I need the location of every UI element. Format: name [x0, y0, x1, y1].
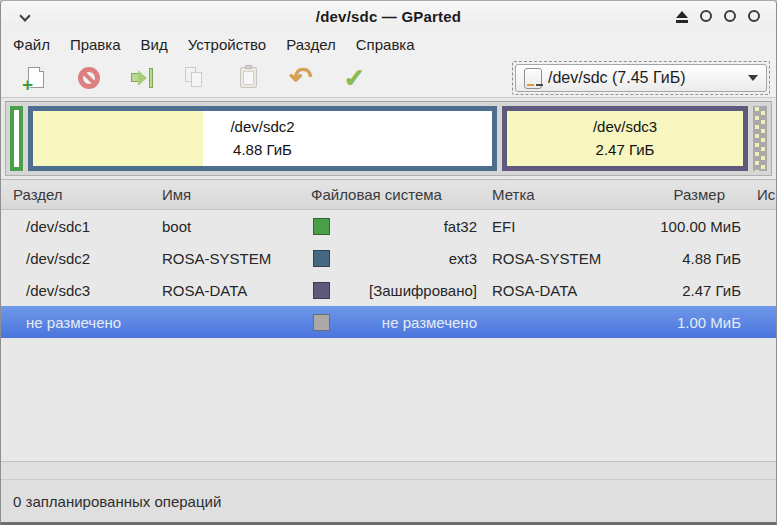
caret-down-icon	[748, 75, 758, 81]
cell-partition: /dev/sdc1	[1, 218, 151, 235]
gparted-window: /dev/sdc — GParted Файл Правка Вид Устро…	[0, 0, 777, 525]
filesystem-name: [Зашифровано]	[330, 282, 481, 299]
segment-size-label: 4.88 ГиБ	[33, 139, 492, 162]
cell-label: EFI	[481, 218, 649, 235]
menu-item-partition[interactable]: Раздел	[276, 33, 346, 56]
column-header-label[interactable]: Метка	[481, 186, 649, 203]
column-header-partition[interactable]: Раздел	[1, 186, 151, 203]
filesystem-color-swatch	[313, 314, 330, 331]
eject-icon[interactable]	[676, 10, 688, 23]
undo-icon: ↶	[289, 65, 312, 91]
table-row[interactable]: не размеченоне размечено1.00 МиБ	[1, 306, 776, 338]
cell-partition: /dev/sdc2	[1, 250, 151, 267]
menubar: Файл Правка Вид Устройство Раздел Справк…	[1, 31, 776, 58]
copy-icon	[185, 67, 205, 89]
column-header-used[interactable]: Ис	[741, 186, 776, 203]
paste-icon	[240, 67, 257, 88]
menu-item-device[interactable]: Устройство	[178, 33, 276, 56]
pending-operations-text: 0 запланированных операций	[13, 493, 221, 510]
cell-filesystem: [Зашифровано]	[299, 282, 481, 299]
delete-icon	[78, 67, 100, 89]
delete-partition-button[interactable]	[76, 63, 102, 93]
device-combo-focus-ring: /dev/sdc (7.45 ГиБ)	[512, 61, 770, 95]
segment-device-label: /dev/sdc3	[507, 116, 743, 139]
table-row[interactable]: /dev/sdc2ROSA-SYSTEMext3ROSA-SYSTEM4.88 …	[1, 242, 776, 274]
menu-item-file[interactable]: Файл	[3, 33, 60, 56]
paste-button	[235, 63, 261, 93]
close-button[interactable]	[748, 10, 760, 22]
column-header-filesystem[interactable]: Файловая система	[299, 186, 481, 203]
filesystem-color-swatch	[313, 282, 330, 299]
statusbar: 0 запланированных операций	[1, 479, 776, 522]
partition-segment-dev-sdc1[interactable]	[10, 106, 23, 171]
cell-size: 2.47 ГиБ	[649, 282, 741, 299]
partition-table: Раздел Имя Файловая система Метка Размер…	[1, 179, 776, 462]
cell-partition: не размечено	[1, 314, 151, 331]
cell-name: boot	[151, 218, 299, 235]
undo-button[interactable]: ↶	[288, 63, 314, 93]
cell-filesystem: ext3	[299, 250, 481, 267]
cell-label: ROSA-SYSTEM	[481, 250, 649, 267]
cell-label: ROSA-DATA	[481, 282, 649, 299]
filesystem-name: fat32	[330, 218, 481, 235]
menu-item-view[interactable]: Вид	[131, 33, 178, 56]
resize-move-button[interactable]	[129, 63, 155, 93]
copy-button	[182, 63, 208, 93]
window-title: /dev/sdc — GParted	[1, 8, 776, 25]
column-header-size[interactable]: Размер	[649, 186, 741, 203]
bottom-gap	[1, 462, 776, 479]
hard-drive-icon	[524, 68, 542, 89]
filesystem-name: ext3	[330, 250, 481, 267]
table-row[interactable]: /dev/sdc1bootfat32EFI100.00 МиБ	[1, 210, 776, 242]
maximize-button[interactable]	[724, 10, 736, 22]
segment-device-label: /dev/sdc2	[33, 116, 492, 139]
filesystem-color-swatch	[313, 250, 330, 267]
apply-icon: ✓	[343, 65, 365, 91]
cell-partition: /dev/sdc3	[1, 282, 151, 299]
menu-item-help[interactable]: Справка	[346, 33, 425, 56]
toolbar: + ↶ ✓ /dev/sdc (7.45 ГиБ)	[1, 58, 776, 98]
cell-filesystem: fat32	[299, 218, 481, 235]
partition-segment-dev-sdc3[interactable]: /dev/sdc32.47 ГиБ	[502, 106, 748, 171]
cell-size: 100.00 МиБ	[649, 218, 741, 235]
cell-filesystem: не размечено	[299, 314, 481, 331]
apply-button[interactable]: ✓	[341, 63, 367, 93]
cell-size: 1.00 МиБ	[649, 314, 741, 331]
cell-size: 4.88 ГиБ	[649, 250, 741, 267]
table-body: /dev/sdc1bootfat32EFI100.00 МиБ/dev/sdc2…	[1, 210, 776, 338]
column-header-name[interactable]: Имя	[151, 186, 299, 203]
titlebar[interactable]: /dev/sdc — GParted	[1, 1, 776, 31]
segment-size-label: 2.47 ГиБ	[507, 139, 743, 162]
window-controls	[676, 1, 760, 31]
device-combo[interactable]: /dev/sdc (7.45 ГиБ)	[515, 64, 767, 92]
resize-move-icon	[131, 68, 153, 88]
minimize-button[interactable]	[700, 10, 712, 22]
partition-segment-dev-sdc2[interactable]: /dev/sdc24.88 ГиБ	[28, 106, 497, 171]
partition-visual-bar: /dev/sdc24.88 ГиБ/dev/sdc32.47 ГиБ	[5, 101, 772, 176]
table-header: Раздел Имя Файловая система Метка Размер…	[1, 180, 776, 210]
cell-name: ROSA-DATA	[151, 282, 299, 299]
partition-segment-unallocated[interactable]	[753, 106, 767, 171]
filesystem-color-swatch	[313, 218, 330, 235]
menu-item-edit[interactable]: Правка	[60, 33, 131, 56]
new-partition-icon: +	[28, 67, 44, 88]
filesystem-name: не размечено	[330, 314, 481, 331]
new-partition-button[interactable]: +	[23, 63, 49, 93]
device-combo-value: /dev/sdc (7.45 ГиБ)	[548, 69, 742, 87]
table-row[interactable]: /dev/sdc3ROSA-DATA[Зашифровано]ROSA-DATA…	[1, 274, 776, 306]
cell-name: ROSA-SYSTEM	[151, 250, 299, 267]
